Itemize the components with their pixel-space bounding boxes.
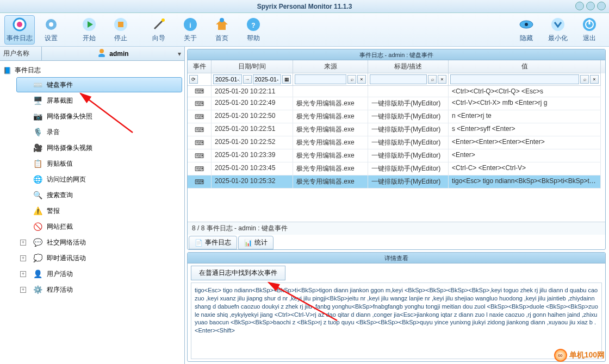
keyboard-icon: ⌨ [188,162,212,175]
tree-item-label: 录音 [47,128,60,137]
date-to-input[interactable] [253,74,282,84]
stop-button[interactable]: 停止 [105,15,136,45]
tree-item-icon: 📷 [33,111,42,121]
tree-item[interactable]: 📋剪贴板值 [16,156,182,171]
column-header[interactable]: 值 [449,60,601,73]
tree-root[interactable]: 📘 事件日志 [2,64,182,77]
tree-item[interactable]: +💬社交网络活动 [16,235,182,250]
tree-item-label: 社交网络活动 [47,238,86,247]
tree-item[interactable]: 🌐访问过的网页 [16,172,182,187]
user-select[interactable]: admin ▾ [41,47,184,60]
help-icon: ? [245,16,262,33]
source-filter-input[interactable] [295,74,346,84]
svg-point-24 [98,54,105,57]
tree-item-label: 剪贴板值 [47,159,73,168]
column-header[interactable]: 日期/时间 [212,60,293,73]
detail-text[interactable]: tigo<Esc> tigo ndiann<BkSp><BkSp>ti<BkSp… [191,283,602,359]
search-icon[interactable]: ⌕ [580,75,589,84]
help-button[interactable]: ? 帮助 [238,15,269,45]
cell-title [368,86,449,97]
tree-item[interactable]: +⚙️程序活动 [16,282,182,297]
table-row[interactable]: ⌨2025-01-20 10:23:39极光专用编辑器.exe一键排版助手(My… [188,149,605,162]
search-icon[interactable]: ⌕ [428,75,437,84]
column-header[interactable]: 事件 [188,60,212,73]
window-close-button[interactable] [597,2,606,10]
exit-button[interactable]: 退出 [574,15,605,45]
wizard-button[interactable]: 向导 [144,15,174,45]
svg-point-18 [525,23,528,26]
find-in-log-button[interactable]: 在普通日志中找到本次事件 [191,266,285,280]
tree-item[interactable]: 🎥网络摄像头视频 [16,140,182,155]
svg-point-19 [551,18,564,31]
tree-item[interactable]: ⌨️键盘事件 [16,77,182,92]
user-label: 用户名称 [0,49,41,58]
table-row[interactable]: ⌨2025-01-20 10:23:45极光专用编辑器.exe一键排版助手(My… [188,162,605,175]
table-row[interactable]: ⌨2025-01-20 10:22:51极光专用编辑器.exe一键排版助手(My… [188,123,605,136]
svg-point-13 [220,18,224,22]
cell-title: 一键排版助手(MyEditor) [368,175,449,189]
cell-source: 极光专用编辑器.exe [293,136,368,149]
about-button[interactable]: i 关于 [175,15,206,45]
info-icon: i [182,16,198,33]
table-row[interactable]: ⌨2025-01-20 10:22:52极光专用编辑器.exe一键排版助手(My… [188,136,605,149]
title-filter-input[interactable] [370,74,427,84]
column-header[interactable]: 标题/描述 [368,60,449,73]
tree-item-label: 网络摄像头视频 [47,143,92,153]
stop-icon [113,16,129,33]
main-toolbar: 事件日志 设置 开始 停止 向导 i 关于 首页 ? [0,13,609,47]
cell-datetime: 2025-01-20 10:25:32 [212,175,293,189]
tree-item[interactable]: 🖥️屏幕截图 [16,93,182,108]
calendar-icon[interactable]: ▦ [282,75,291,84]
tree-item-icon: 💬 [33,237,42,247]
cell-title: 一键排版助手(MyEditor) [368,123,449,136]
table-row[interactable]: ⌨2025-01-20 10:22:50极光专用编辑器.exe一键排版助手(My… [188,110,605,123]
event-log-button[interactable]: 事件日志 [4,15,35,45]
tree-item[interactable]: 🚫网站拦截 [16,219,182,234]
tree-item[interactable]: +💭即时通讯活动 [16,250,182,266]
table-row[interactable]: ⌨2025-01-20 10:22:49极光专用编辑器.exe一键排版助手(My… [188,97,605,110]
watermark-icon: ∞ [554,349,567,362]
detail-panel: 详情查看 在普通日志中找到本次事件 tigo<Esc> tigo ndiann<… [187,252,606,362]
clear-icon[interactable]: × [438,75,446,84]
expand-icon[interactable]: + [20,287,26,293]
tree-item[interactable]: 🎙️录音 [16,124,182,140]
expand-icon[interactable]: + [20,240,26,246]
table-row[interactable]: ⌨2025-01-20 10:22:11<Ctrl><Ctrl-Q><Ctrl-… [188,86,605,97]
tree-item[interactable]: 📷网络摄像头快照 [16,109,182,124]
table-row[interactable]: ⌨2025-01-20 10:25:32极光专用编辑器.exe一键排版助手(My… [188,175,605,189]
date-from-input[interactable] [213,74,242,84]
tree-item[interactable]: +👤用户活动 [16,266,182,281]
tree-item-icon: ⌨️ [33,80,42,90]
tree-item[interactable]: ⚠️警报 [16,203,182,218]
refresh-icon[interactable]: ⟳ [189,75,198,84]
home-button[interactable]: 首页 [207,15,237,45]
tree-item-icon: 💭 [33,253,42,263]
tab-event-log[interactable]: 📄事件日志 [189,236,237,249]
minimize-button[interactable]: 最小化 [543,15,573,45]
cell-source: 极光专用编辑器.exe [293,123,368,136]
clear-icon[interactable]: × [357,75,366,84]
date-arrow-icon[interactable]: → [243,75,252,84]
hide-button[interactable]: 隐藏 [511,15,542,45]
left-pane: 用户名称 admin ▾ 📘 事件日志 ⌨️键盘事件🖥️屏幕截图📷网络摄像头快照… [0,47,185,364]
settings-button[interactable]: 设置 [36,15,66,45]
svg-text:?: ? [251,22,255,29]
value-filter-input[interactable] [450,74,579,84]
window-minimize-button[interactable] [575,2,584,10]
tab-stats[interactable]: 📊统计 [238,236,274,249]
expand-icon[interactable]: + [20,255,26,261]
start-button[interactable]: 开始 [74,15,104,45]
tree-item-label: 即时通讯活动 [47,254,86,263]
expand-icon[interactable]: + [20,271,26,277]
svg-point-23 [100,49,104,53]
window-maximize-button[interactable] [586,2,595,10]
clear-icon[interactable]: × [590,75,599,84]
cell-title: 一键排版助手(MyEditor) [368,162,449,175]
column-header[interactable]: 来源 [293,60,368,73]
tree-item[interactable]: 🔍搜索查询 [16,187,182,203]
svg-rect-7 [118,22,123,27]
tree-item-icon: 🔍 [33,190,42,200]
search-icon[interactable]: ⌕ [347,75,356,84]
cell-value: tigo<Esc> tigo ndiann<BkSp><BkSp>ti<BkSp… [449,175,601,189]
grid-body[interactable]: ⌨2025-01-20 10:22:11<Ctrl><Ctrl-Q><Ctrl-… [188,86,605,222]
